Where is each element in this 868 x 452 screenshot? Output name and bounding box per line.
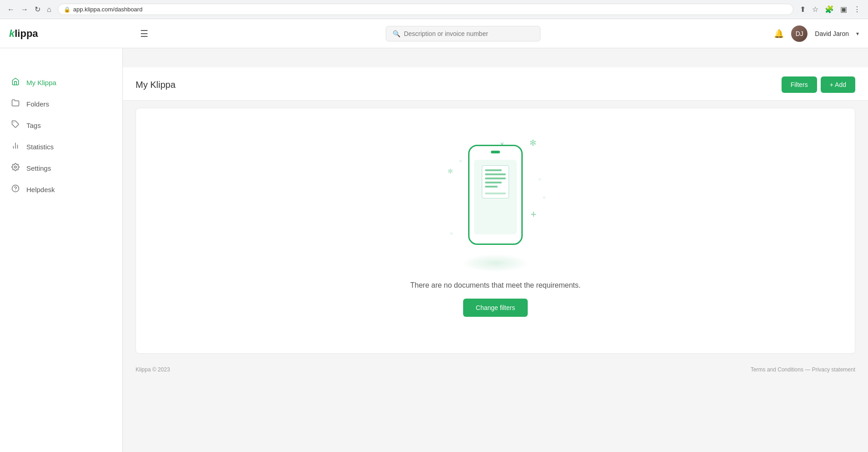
search-box[interactable]: 🔍 <box>386 26 540 41</box>
forward-button[interactable]: → <box>19 5 30 15</box>
doc-line-1 <box>485 169 502 171</box>
deco-asterisk-2: ✻ <box>448 168 453 175</box>
browser-chrome: ← → ↻ ⌂ 🔒 app.klippa.com/dashboard ⬆ ☆ 🧩… <box>0 0 868 19</box>
back-button[interactable]: ← <box>5 5 16 15</box>
document-preview <box>482 165 509 198</box>
copyright: Klippa © 2023 <box>136 366 170 373</box>
header-actions: Filters + Add <box>782 76 855 93</box>
address-bar[interactable]: 🔒 app.klippa.com/dashboard <box>58 4 793 15</box>
phone-illustration <box>468 145 523 245</box>
change-filters-button[interactable]: Change filters <box>463 299 528 317</box>
tag-icon <box>11 120 20 131</box>
sidebar-label-helpdesk: Helpdesk <box>26 186 55 193</box>
nav-right: 🔔 DJ David Jaron ▾ <box>774 25 859 42</box>
filters-button[interactable]: Filters <box>782 76 817 93</box>
sidebar-item-folders[interactable]: Folders <box>0 93 122 115</box>
phone-notch <box>491 151 500 153</box>
doc-line-5 <box>485 186 498 188</box>
sidebar-label-settings: Settings <box>26 164 51 172</box>
sidebar-item-tags[interactable]: Tags <box>0 115 122 136</box>
doc-line-4 <box>485 182 502 183</box>
doc-line-3 <box>485 178 506 179</box>
footer-links[interactable]: Terms and Conditions — Privacy statement <box>751 366 855 373</box>
folder-icon <box>11 99 20 109</box>
content-area: × ✻ ○ ✻ ○ ○ ○ + <box>136 108 855 354</box>
notification-bell-icon[interactable]: 🔔 <box>774 29 784 39</box>
reload-button[interactable]: ↻ <box>33 4 42 15</box>
chevron-down-icon: ▾ <box>856 30 859 37</box>
sidebar-label-tags: Tags <box>26 122 41 129</box>
main-content: My Klippa Filters + Add × ✻ ○ ✻ ○ ○ ○ <box>123 19 868 452</box>
page-header: My Klippa Filters + Add <box>123 67 868 101</box>
browser-nav-buttons: ← → ↻ ⌂ <box>5 4 53 15</box>
logo-text: klippa <box>9 28 38 40</box>
browser-actions: ⬆ ☆ 🧩 ▣ ⋮ <box>798 4 863 15</box>
empty-message: There are no documents that meet the req… <box>410 281 580 289</box>
logo: klippa <box>9 28 132 40</box>
avatar: DJ <box>791 25 807 42</box>
url-text: app.klippa.com/dashboard <box>73 6 143 13</box>
sidebar-item-settings[interactable]: Settings <box>0 157 122 179</box>
sidebar-nav: My Klippa Folders Tags Statistics <box>0 67 122 205</box>
deco-circle-1: ○ <box>459 158 462 163</box>
sidebar: My Klippa Folders Tags Statistics <box>0 19 123 452</box>
app-wrapper: My Klippa Folders Tags Statistics <box>0 19 868 452</box>
search-input[interactable] <box>404 30 531 37</box>
deco-asterisk-1: ✻ <box>530 138 536 148</box>
doc-line-2 <box>485 173 506 175</box>
settings-icon <box>11 163 20 173</box>
sidebar-label-statistics: Statistics <box>26 143 54 151</box>
menu-icon[interactable]: ⋮ <box>852 4 863 15</box>
sidebar-label-folders: Folders <box>26 100 49 108</box>
helpdesk-icon <box>11 184 20 195</box>
deco-circle-3: ○ <box>543 195 545 200</box>
footer: Klippa © 2023 Terms and Conditions — Pri… <box>123 361 868 378</box>
page-title: My Klippa <box>136 80 176 90</box>
sidebar-item-my-klippa[interactable]: My Klippa <box>0 72 122 93</box>
home-icon <box>11 77 20 88</box>
sidebar-item-statistics[interactable]: Statistics <box>0 136 122 157</box>
home-button[interactable]: ⌂ <box>45 5 53 15</box>
deco-plus: + <box>530 208 536 220</box>
phone-screen <box>474 160 517 234</box>
empty-illustration: × ✻ ○ ✻ ○ ○ ○ + <box>445 136 545 272</box>
sidebar-label-my-klippa: My Klippa <box>26 79 56 86</box>
share-icon[interactable]: ⬆ <box>798 4 807 15</box>
profile-icon[interactable]: ▣ <box>838 4 849 15</box>
empty-state: × ✻ ○ ✻ ○ ○ ○ + <box>136 108 855 353</box>
nav-search: 🔍 <box>152 26 774 41</box>
hamburger-menu[interactable]: ☰ <box>136 25 152 43</box>
statistics-icon <box>11 142 20 152</box>
deco-circle-4: ○ <box>450 231 453 236</box>
add-button[interactable]: + Add <box>821 76 855 93</box>
sidebar-item-helpdesk[interactable]: Helpdesk <box>0 179 122 200</box>
top-nav: klippa ☰ 🔍 🔔 DJ David Jaron ▾ <box>0 19 868 48</box>
svg-point-4 <box>15 166 17 168</box>
doc-line-6 <box>485 193 506 194</box>
search-icon: 🔍 <box>393 30 400 37</box>
deco-circle-2: ○ <box>538 177 541 182</box>
extensions-icon[interactable]: 🧩 <box>823 4 836 15</box>
user-name[interactable]: David Jaron <box>815 30 849 37</box>
star-icon[interactable]: ☆ <box>810 4 820 15</box>
lock-icon: 🔒 <box>64 6 71 13</box>
phone-shadow <box>461 254 530 272</box>
